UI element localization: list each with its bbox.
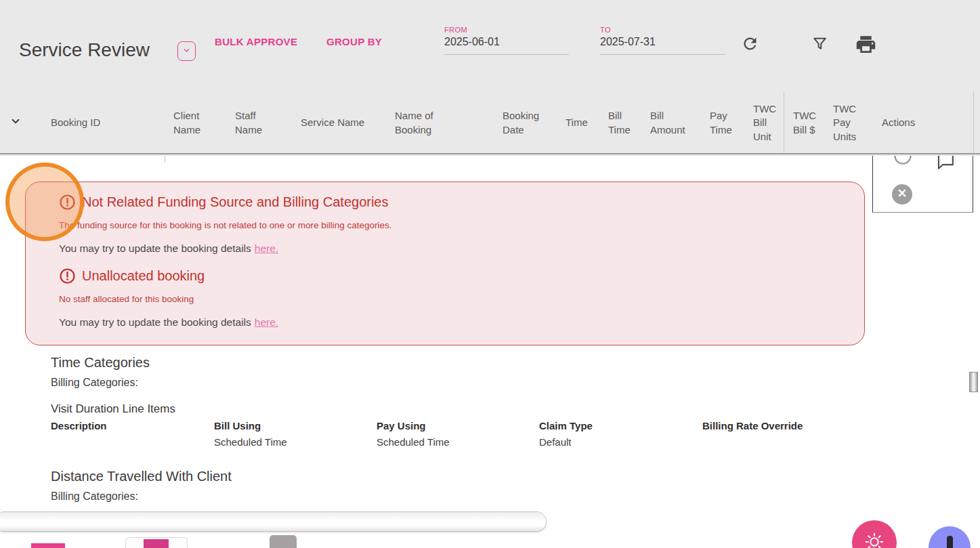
- vd-header-claim-type: Claim Type: [539, 420, 593, 431]
- column-header-bill-time: Bill Time: [608, 91, 639, 154]
- table-header: Booking ID Client Name Staff Name Servic…: [0, 91, 980, 154]
- error-detail: The funding source for this booking is n…: [59, 220, 392, 230]
- time-categories-title: Time Categories: [51, 355, 150, 371]
- printer-icon: [855, 46, 877, 58]
- billing-categories-label: Billing Categories:: [51, 490, 138, 503]
- error-title: Not Related Funding Source and Billing C…: [82, 194, 389, 210]
- vd-header-billing-rate-override: Billing Rate Override: [702, 420, 803, 431]
- refresh-button[interactable]: [741, 35, 759, 56]
- exclamation-icon: [947, 536, 953, 548]
- warning-icon: [59, 194, 76, 211]
- error-detail: No staff allocated for this booking: [59, 294, 194, 304]
- column-header-staff-name: Staff Name: [235, 91, 274, 154]
- refresh-icon: [741, 43, 759, 55]
- error-title-row: Not Related Funding Source and Billing C…: [59, 194, 389, 211]
- vd-header-pay-using: Pay Using: [377, 420, 426, 431]
- column-header-time: Time: [566, 91, 594, 154]
- column-header-twc-bill-dollar: TWC Bill $: [793, 91, 820, 154]
- toggle-active-segment: [144, 539, 169, 548]
- group-by-button[interactable]: GROUP BY: [326, 36, 382, 47]
- horizontal-scrollbar[interactable]: [0, 512, 546, 531]
- vd-value-pay-using: Scheduled Time: [377, 436, 450, 448]
- visit-duration-title: Visit Duration Line Items: [51, 402, 175, 416]
- vd-header-bill-using: Bill Using: [214, 420, 261, 431]
- from-date-value[interactable]: 2025-06-01: [444, 36, 569, 55]
- bottom-partial-toggle[interactable]: [125, 537, 188, 548]
- column-header-actions: Actions: [882, 91, 926, 154]
- info-fab[interactable]: [929, 526, 971, 548]
- row-cell-border: [165, 156, 165, 163]
- header-divider: [784, 91, 784, 153]
- print-button[interactable]: [855, 33, 877, 58]
- column-header-twc-bill-unit: TWC Bill Unit: [753, 91, 782, 154]
- chevron-down-icon: [182, 45, 191, 58]
- error-hint: You may try to update the booking detail…: [59, 243, 278, 255]
- vertical-scrollbar-thumb[interactable]: [969, 372, 978, 392]
- column-header-service-name: Service Name: [301, 91, 381, 154]
- booking-errors-panel: Not Related Funding Source and Billing C…: [25, 182, 865, 345]
- expand-all-button[interactable]: [9, 91, 30, 154]
- error-hint: You may try to update the booking detail…: [59, 316, 278, 329]
- error-hint-text: You may try to update the booking detail…: [59, 243, 251, 254]
- warning-icon: [59, 268, 76, 284]
- sun-icon: [864, 520, 885, 548]
- row-actions-panel: [872, 156, 973, 213]
- theme-toggle-fab[interactable]: [852, 520, 897, 548]
- bottom-partial-gray-button[interactable]: [270, 535, 297, 548]
- error-title: Unallocated booking: [82, 268, 205, 284]
- update-booking-link[interactable]: here.: [255, 243, 278, 254]
- bottom-partial-pink-button[interactable]: [31, 543, 65, 548]
- vd-value-bill-using: Scheduled Time: [214, 436, 287, 448]
- from-date-field[interactable]: FROM 2025-06-01: [444, 26, 569, 55]
- chevron-down-icon: [9, 115, 22, 131]
- column-header-name-of-booking: Name of Booking: [395, 91, 453, 154]
- filter-button[interactable]: [811, 35, 828, 55]
- vd-header-description: Description: [51, 420, 107, 431]
- billing-categories-label: Billing Categories:: [51, 377, 138, 389]
- column-header-pay-time: Pay Time: [710, 91, 741, 154]
- distance-travelled-title: Distance Travelled With Client: [51, 469, 232, 484]
- update-booking-link[interactable]: here.: [255, 316, 278, 328]
- filter-icon: [811, 43, 828, 54]
- close-icon: [897, 188, 907, 201]
- page-title: Service Review: [19, 39, 150, 61]
- column-header-client-name: Client Name: [173, 91, 215, 154]
- cancel-button[interactable]: [892, 184, 912, 205]
- error-hint-text: You may try to update the booking detail…: [59, 316, 251, 328]
- header-divider: [973, 91, 974, 153]
- from-date-label: FROM: [444, 26, 569, 34]
- service-review-screen: Service Review BULK APPROVE GROUP BY FRO…: [0, 0, 980, 548]
- bulk-approve-button[interactable]: BULK APPROVE: [215, 36, 297, 47]
- title-dropdown-button[interactable]: [177, 41, 196, 61]
- column-header-booking-date: Booking Date: [503, 91, 553, 154]
- to-date-value[interactable]: 2025-07-31: [600, 36, 725, 55]
- to-date-label: TO: [600, 26, 725, 34]
- column-header-bill-amount: Bill Amount: [650, 91, 691, 154]
- clock-icon[interactable]: [893, 156, 913, 169]
- row-detail-area: Not Related Funding Source and Billing C…: [0, 156, 980, 548]
- column-header-booking-id: Booking ID: [51, 91, 125, 154]
- column-header-twc-pay-units: TWC Pay Units: [833, 91, 866, 154]
- to-date-field[interactable]: TO 2025-07-31: [600, 26, 725, 55]
- add-comment-icon[interactable]: [935, 156, 957, 173]
- error-title-row: Unallocated booking: [59, 268, 205, 284]
- toolbar: Service Review BULK APPROVE GROUP BY FRO…: [0, 0, 980, 91]
- vd-value-claim-type: Default: [539, 436, 572, 448]
